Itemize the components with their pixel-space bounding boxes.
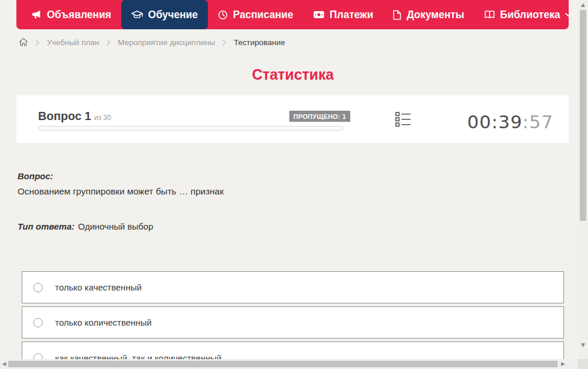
question-status-panel: Вопрос 1из 30 ПРОПУЩЕНО: 1 00:39:57 [16,95,569,143]
scroll-up-icon[interactable]: ▲ [578,0,588,10]
nav-item-education[interactable]: Обучение [121,0,208,29]
question-number-label: Вопрос 1 [38,110,91,122]
scrollbar-corner [578,359,588,369]
answer-option-label: только количественный [55,317,152,327]
scroll-right-icon[interactable]: ▶ [558,359,568,369]
answer-option-label: только качественный [55,282,142,292]
question-number: Вопрос 1из 30 [38,110,111,123]
nav-item-label: Обучение [148,9,198,21]
scroll-down-icon[interactable]: ▼ [578,340,588,350]
page-title: Статистика [0,66,586,83]
radio-button[interactable] [33,318,43,327]
progress-bar [38,126,343,131]
vertical-scrollbar-thumb[interactable] [580,10,586,221]
nav-item-label: Объявления [47,9,111,21]
breadcrumb-item-testing: Тестирование [234,38,285,47]
vertical-scrollbar[interactable]: ▲ ▼ [578,0,588,359]
radio-button[interactable] [33,283,43,292]
clock-icon [218,10,228,20]
question-total: из 30 [94,114,111,122]
nav-item-payments[interactable]: Платежи [303,0,384,29]
nav-item-announcements[interactable]: Объявления [21,0,121,29]
horizontal-scrollbar[interactable]: ◀ ▶ [0,359,578,369]
question-text: Основанием группировки может быть … приз… [18,186,224,197]
answer-type-value: Одиночный выбор [78,221,153,231]
timer-minutes: 00:39 [467,111,522,132]
document-icon [393,10,401,20]
chevron-down-icon [565,13,572,17]
nav-item-library[interactable]: Библиотека [474,0,582,29]
question-list-icon [395,119,411,129]
breadcrumb-item-discipline-event[interactable]: Мероприятие дисциплины [118,38,215,47]
nav-item-documents[interactable]: Документы [383,0,474,29]
graduation-cap-icon [131,10,143,20]
home-icon[interactable] [19,37,28,47]
open-book-icon [484,10,495,19]
answer-type: Тип ответа:Одиночный выбор [18,221,153,231]
question-label: Вопрос: [18,171,53,181]
breadcrumb-item-curriculum[interactable]: Учебный план [47,38,99,47]
banknote-icon [313,11,324,19]
megaphone-icon [31,10,42,19]
answer-option-1[interactable]: только качественный [22,271,564,303]
horizontal-scrollbar-thumb[interactable] [8,361,558,367]
nav-item-label: Платежи [330,9,374,21]
scroll-left-icon[interactable]: ◀ [0,359,8,369]
nav-item-label: Документы [406,9,464,21]
breadcrumb-separator-icon [222,39,227,46]
breadcrumb: Учебный план Мероприятие дисциплины Тест… [19,36,285,48]
skipped-badge: ПРОПУЩЕНО: 1 [289,111,350,122]
test-page: Объявления Обучение Расписание [0,0,588,369]
question-list-button[interactable] [395,112,411,129]
nav-item-schedule[interactable]: Расписание [208,0,303,29]
breadcrumb-separator-icon [35,39,40,46]
timer: 00:39:57 [467,111,553,132]
timer-seconds: :57 [522,111,553,132]
nav-item-label: Расписание [233,9,293,21]
nav-item-label: Библиотека [500,9,560,21]
main-navbar: Объявления Обучение Расписание [16,0,569,29]
answer-type-label: Тип ответа: [18,221,74,231]
answer-option-2[interactable]: только количественный [22,306,564,339]
breadcrumb-separator-icon [106,39,111,46]
